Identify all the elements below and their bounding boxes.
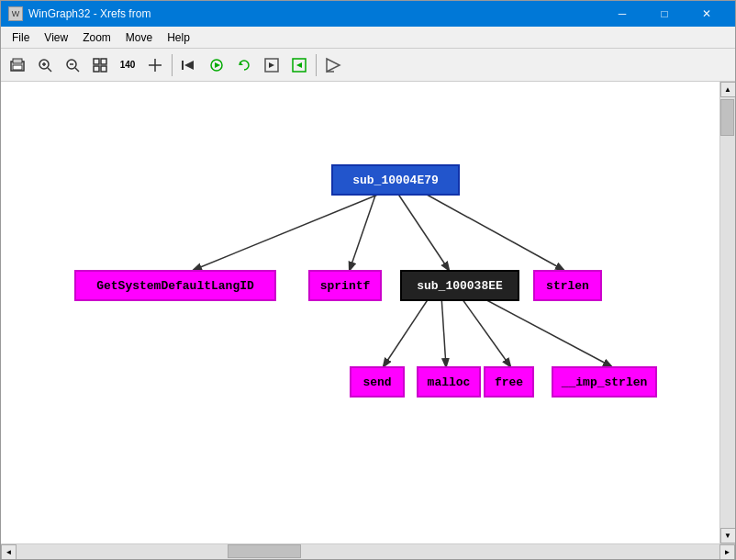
menu-view[interactable]: View — [37, 29, 75, 46]
node-free[interactable]: free — [484, 366, 534, 398]
scroll-right-button[interactable]: ► — [719, 544, 735, 560]
menu-help[interactable]: Help — [160, 29, 197, 46]
nav-in-button[interactable] — [259, 52, 284, 78]
svg-line-32 — [441, 296, 446, 366]
menu-move[interactable]: Move — [118, 29, 160, 46]
nav-out-button[interactable] — [286, 52, 312, 78]
svg-line-29 — [396, 190, 449, 270]
svg-rect-1 — [13, 59, 22, 63]
maximize-button[interactable]: □ — [643, 1, 686, 27]
toolbar: 140 — [1, 49, 735, 82]
node-sub100038ee[interactable]: sub_100038EE — [400, 270, 519, 301]
content-wrapper: sub_10004E79 GetSystemDefaultLangID spri… — [1, 82, 735, 543]
zoom100-button[interactable]: 140 — [115, 52, 140, 78]
title-bar-left: W WinGraph32 - Xrefs from — [8, 6, 151, 21]
right-scrollbar: ▲ ▼ — [719, 82, 735, 543]
graph-svg — [1, 82, 719, 543]
menubar: File View Zoom Move Help — [1, 27, 735, 49]
toolbar-separator-1 — [172, 54, 173, 76]
svg-line-31 — [384, 296, 430, 366]
app-icon: W — [8, 6, 23, 21]
scroll-left-button[interactable]: ◄ — [1, 544, 17, 560]
main-canvas[interactable]: sub_10004E79 GetSystemDefaultLangID spri… — [1, 82, 719, 543]
title-bar-controls: ─ □ ✕ — [601, 1, 728, 27]
bottom-scrollbar: ◄ ► — [1, 543, 735, 559]
node-imp-strlen[interactable]: __imp_strlen — [552, 366, 657, 398]
crosshair-button[interactable] — [142, 52, 168, 78]
svg-marker-19 — [215, 62, 220, 68]
svg-marker-24 — [296, 62, 302, 68]
svg-rect-13 — [101, 66, 106, 72]
svg-line-27 — [194, 190, 389, 270]
svg-rect-2 — [13, 65, 22, 70]
title-bar: W WinGraph32 - Xrefs from ─ □ ✕ — [1, 1, 735, 27]
print-button[interactable] — [5, 52, 30, 78]
svg-line-34 — [478, 296, 611, 366]
scroll-down-button[interactable]: ▼ — [720, 528, 736, 543]
svg-line-30 — [418, 190, 563, 270]
node-strlen[interactable]: strlen — [533, 270, 602, 301]
minimize-button[interactable]: ─ — [601, 1, 643, 27]
menu-zoom[interactable]: Zoom — [75, 29, 118, 46]
scroll-track-vertical[interactable] — [720, 97, 735, 528]
node-sprintf[interactable]: sprintf — [308, 270, 382, 301]
svg-rect-11 — [101, 59, 106, 64]
node-malloc[interactable]: malloc — [417, 366, 481, 398]
svg-line-4 — [48, 68, 51, 72]
nav-fwd-button[interactable] — [204, 52, 229, 78]
nav-back-button[interactable] — [176, 52, 202, 78]
svg-marker-16 — [184, 61, 194, 70]
graph-area: sub_10004E79 GetSystemDefaultLangID spri… — [1, 82, 719, 543]
menu-file[interactable]: File — [5, 29, 37, 46]
main-window: W WinGraph32 - Xrefs from ─ □ ✕ File Vie… — [0, 0, 736, 560]
svg-rect-10 — [94, 59, 99, 64]
zoom-in-button[interactable] — [32, 52, 58, 78]
svg-line-8 — [75, 68, 79, 72]
svg-marker-22 — [269, 62, 274, 68]
fit-button[interactable] — [87, 52, 113, 78]
svg-marker-25 — [327, 59, 340, 72]
toolbar-separator-2 — [316, 54, 317, 76]
svg-line-33 — [460, 296, 510, 366]
scroll-thumb-vertical[interactable] — [720, 99, 734, 136]
scroll-track-horizontal[interactable] — [17, 544, 719, 559]
node-sub10004e79[interactable]: sub_10004E79 — [331, 164, 460, 196]
scroll-up-button[interactable]: ▲ — [720, 82, 736, 97]
svg-rect-12 — [94, 66, 99, 72]
svg-line-28 — [350, 190, 377, 270]
close-button[interactable]: ✕ — [686, 1, 728, 27]
nav-refresh-button[interactable] — [231, 52, 257, 78]
scroll-thumb-horizontal[interactable] — [228, 544, 301, 558]
node-send[interactable]: send — [350, 366, 405, 398]
zoom-out-button[interactable] — [60, 52, 85, 78]
help-button[interactable] — [320, 52, 346, 78]
node-getsystemdefaultlangid[interactable]: GetSystemDefaultLangID — [74, 270, 276, 301]
window-title: WinGraph32 - Xrefs from — [28, 7, 151, 20]
